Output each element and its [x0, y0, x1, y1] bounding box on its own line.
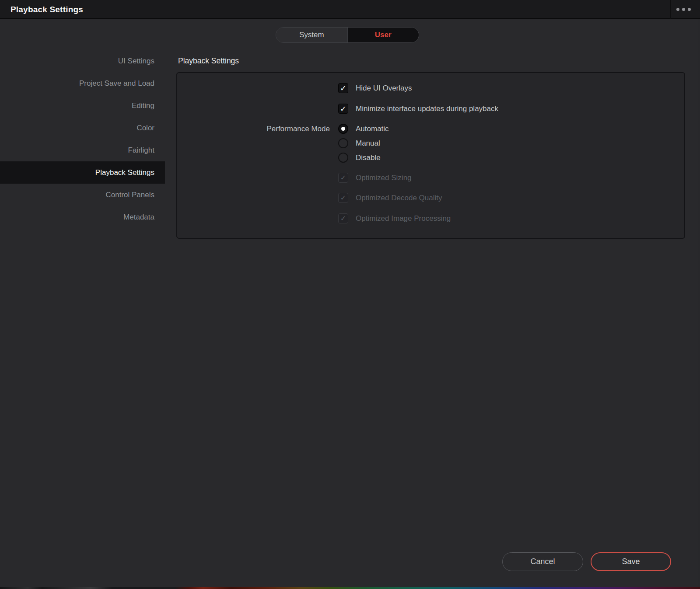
sidebar-item-control-panels[interactable]: Control Panels — [0, 184, 165, 206]
optimized-image-processing-label: Optimized Image Processing — [356, 213, 451, 223]
radio-dot-icon — [341, 127, 345, 131]
checkmark-icon: ✓ — [340, 195, 346, 202]
minimize-updates-checkbox[interactable]: ✓ — [338, 104, 348, 114]
performance-disable-label: Disable — [356, 153, 381, 163]
window-title: Playback Settings — [10, 0, 83, 19]
checkmark-icon: ✓ — [340, 105, 346, 113]
playback-settings-dialog: Playback Settings System User UI Setting… — [0, 0, 700, 589]
tab-system[interactable]: System — [276, 28, 347, 42]
performance-mode-label: Performance Mode — [197, 124, 330, 134]
hide-ui-overlays-label: Hide UI Overlays — [356, 83, 412, 93]
dialog-right-edge — [698, 19, 700, 587]
checkmark-icon: ✓ — [340, 215, 346, 222]
performance-automatic-radio[interactable] — [338, 124, 348, 134]
optimized-sizing-checkbox: ✓ — [338, 173, 348, 183]
sidebar-item-editing[interactable]: Editing — [0, 94, 165, 117]
sidebar-item-ui-settings[interactable]: UI Settings — [0, 50, 165, 72]
options-menu-button[interactable] — [670, 0, 696, 19]
tab-user[interactable]: User — [347, 28, 419, 42]
page-title: Playback Settings — [178, 55, 239, 66]
sidebar-item-color[interactable]: Color — [0, 117, 165, 139]
optimized-decode-quality-checkbox: ✓ — [338, 193, 348, 203]
settings-sidebar: UI Settings Project Save and Load Editin… — [0, 50, 165, 228]
checkmark-icon: ✓ — [340, 174, 346, 181]
sidebar-item-project-save-and-load[interactable]: Project Save and Load — [0, 72, 165, 94]
background-app-strip — [0, 587, 700, 589]
ellipsis-icon — [688, 8, 691, 11]
save-button[interactable]: Save — [591, 552, 671, 571]
hide-ui-overlays-checkbox[interactable]: ✓ — [338, 83, 348, 93]
titlebar: Playback Settings — [0, 0, 700, 19]
sidebar-item-fairlight[interactable]: Fairlight — [0, 139, 165, 161]
performance-manual-radio[interactable] — [338, 138, 348, 148]
checkmark-icon: ✓ — [340, 84, 346, 92]
optimized-sizing-label: Optimized Sizing — [356, 173, 412, 183]
optimized-image-processing-checkbox: ✓ — [338, 213, 348, 223]
performance-disable-radio[interactable] — [338, 153, 348, 163]
minimize-updates-label: Minimize interface updates during playba… — [356, 104, 498, 114]
optimized-decode-quality-label: Optimized Decode Quality — [356, 193, 442, 203]
sidebar-item-playback-settings[interactable]: Playback Settings — [0, 161, 165, 184]
ellipsis-icon — [682, 8, 685, 11]
settings-scope-toggle: System User — [276, 27, 419, 43]
performance-automatic-label: Automatic — [356, 124, 389, 134]
ellipsis-icon — [676, 8, 679, 11]
sidebar-item-metadata[interactable]: Metadata — [0, 206, 165, 228]
performance-manual-label: Manual — [356, 138, 380, 148]
cancel-button[interactable]: Cancel — [502, 552, 583, 571]
